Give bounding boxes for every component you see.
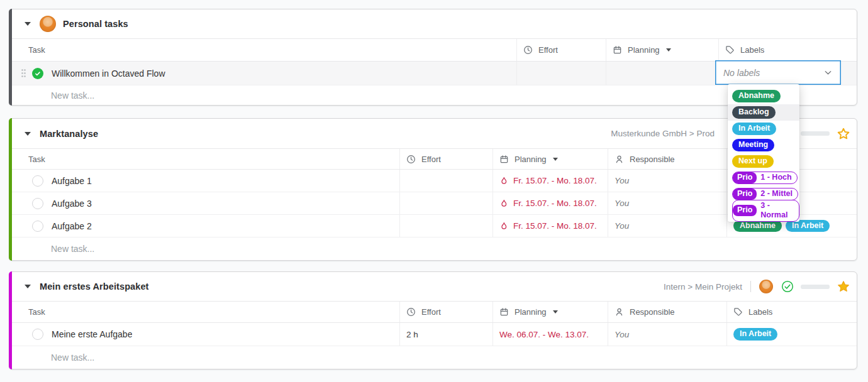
task-row[interactable]: Meine erste Aufgabe 2 h We. 06.07. - We.…	[12, 323, 857, 346]
planning-cell[interactable]: Fr. 15.07. - Mo. 18.07.	[492, 215, 608, 237]
effort-cell[interactable]: 2 h	[399, 323, 492, 346]
task-name[interactable]: Aufgabe 2	[52, 221, 92, 231]
chevron-down-icon[interactable]	[823, 68, 833, 77]
tag-icon	[725, 45, 735, 55]
label-pill: In Arbeit	[733, 328, 777, 341]
task-checkbox[interactable]	[32, 221, 43, 232]
label-pill-text: 2 - Mittel	[757, 188, 798, 200]
dropdown-option-meeting[interactable]: Meeting	[728, 137, 799, 153]
calendar-icon	[499, 155, 509, 164]
column-planning-label: Planning	[515, 307, 547, 317]
task-cell[interactable]: Aufgabe 2	[12, 215, 399, 237]
column-header-row: Task Effort Planning Responsible Labels	[12, 301, 857, 323]
tag-icon	[733, 307, 743, 317]
avatar	[40, 16, 56, 32]
clock-icon	[523, 45, 533, 55]
planning-dates: Fr. 15.07. - Mo. 18.07.	[513, 199, 597, 208]
column-effort[interactable]: Effort	[399, 302, 492, 322]
section-mein-erstes-arbeitspaket: Mein erstes Arbeitspaket Intern > Mein P…	[9, 271, 857, 369]
column-effort[interactable]: Effort	[516, 39, 606, 61]
dropdown-option-in-arbeit[interactable]: In Arbeit	[728, 121, 799, 137]
labels-combobox[interactable]: No labels	[715, 60, 841, 85]
labels-cell[interactable]: In Arbeit	[726, 323, 857, 346]
column-planning-label: Planning	[628, 45, 660, 55]
responsible-value: You	[615, 176, 629, 185]
effort-cell[interactable]	[399, 192, 492, 214]
labels-combobox-placeholder: No labels	[723, 68, 823, 78]
responsible-cell[interactable]: You	[608, 323, 726, 346]
new-task-input[interactable]: New task...	[12, 346, 857, 369]
new-task-input[interactable]: New task...	[12, 237, 857, 260]
column-responsible[interactable]: Responsible	[608, 149, 726, 169]
breadcrumb[interactable]: Musterkunde GmbH > Prod	[611, 129, 715, 138]
section-title: Personal tasks	[63, 19, 128, 29]
task-cell[interactable]: Aufgabe 3	[12, 192, 399, 214]
star-icon[interactable]	[837, 280, 850, 293]
column-task[interactable]: Task	[12, 149, 399, 169]
task-cell[interactable]: Meine erste Aufgabe	[12, 323, 399, 346]
task-checkbox[interactable]	[32, 175, 43, 187]
check-icon	[34, 70, 42, 77]
drag-handle-icon[interactable]	[21, 68, 26, 78]
responsible-value: You	[615, 330, 629, 339]
task-checkbox[interactable]	[32, 198, 43, 209]
effort-cell[interactable]	[516, 62, 606, 85]
label-pill: In Arbeit	[732, 123, 776, 135]
column-task-label: Task	[28, 45, 45, 55]
dropdown-option-prio-3-normal[interactable]: Prio 3 - Normal	[728, 202, 799, 219]
column-header-row: Task Effort Planning Labels	[12, 38, 857, 62]
column-planning[interactable]: Planning	[492, 149, 608, 169]
section-header: Personal tasks	[12, 9, 857, 38]
dropdown-option-prio-1-hoch[interactable]: Prio 1 - Hoch	[728, 170, 799, 186]
calendar-icon	[499, 307, 509, 317]
dropdown-option-abnahme[interactable]: Abnahme	[728, 88, 799, 104]
task-cell[interactable]: Aufgabe 1	[12, 170, 399, 192]
column-responsible-label: Responsible	[630, 307, 675, 317]
label-pill: Backlog	[732, 106, 776, 119]
column-effort-label: Effort	[421, 155, 441, 164]
task-done-checkbox[interactable]	[32, 68, 43, 79]
task-checkbox[interactable]	[32, 329, 43, 340]
task-name[interactable]: Aufgabe 3	[52, 199, 92, 209]
column-task[interactable]: Task	[12, 39, 516, 61]
responsible-cell[interactable]: You	[608, 192, 726, 214]
column-labels[interactable]: Labels	[718, 39, 857, 61]
planning-dates: Fr. 15.07. - Mo. 18.07.	[513, 221, 597, 231]
column-planning-label: Planning	[515, 155, 547, 164]
dropdown-option-next-up[interactable]: Next up	[728, 153, 799, 170]
task-name[interactable]: Meine erste Aufgabe	[52, 329, 132, 339]
planning-cell[interactable]	[606, 62, 718, 85]
task-name[interactable]: Willkommen in Octaved Flow	[52, 68, 165, 79]
label-pill-split: Prio 1 - Hoch	[732, 172, 798, 184]
planning-cell[interactable]: Fr. 15.07. - Mo. 18.07.	[492, 170, 608, 192]
effort-cell[interactable]	[399, 215, 492, 237]
column-effort[interactable]: Effort	[399, 149, 492, 169]
clock-icon	[406, 155, 416, 164]
column-task[interactable]: Task	[12, 302, 399, 322]
flame-icon	[499, 199, 508, 208]
breadcrumb[interactable]: Intern > Mein Projekt	[664, 282, 742, 292]
column-labels[interactable]: Labels	[726, 302, 857, 322]
column-planning[interactable]: Planning	[606, 39, 718, 61]
column-responsible[interactable]: Responsible	[608, 302, 726, 322]
person-icon	[615, 155, 624, 164]
planning-cell[interactable]: Fr. 15.07. - Mo. 18.07.	[492, 192, 608, 214]
star-icon[interactable]	[837, 127, 850, 141]
label-pill-text: 1 - Hoch	[757, 172, 796, 183]
column-planning[interactable]: Planning	[492, 302, 608, 322]
collapse-caret-icon[interactable]	[25, 22, 31, 26]
task-name[interactable]: Aufgabe 1	[52, 176, 92, 186]
progress-bar	[801, 131, 830, 136]
collapse-caret-icon[interactable]	[25, 132, 31, 136]
dropdown-option-backlog[interactable]: Backlog	[728, 104, 799, 121]
column-effort-label: Effort	[538, 45, 558, 55]
planning-dates: We. 06.07. - We. 13.07.	[499, 330, 589, 339]
section-title: Marktanalyse	[40, 129, 98, 139]
label-pill-prefix: Prio	[733, 205, 757, 216]
collapse-caret-icon[interactable]	[25, 285, 31, 288]
task-cell[interactable]: Willkommen in Octaved Flow	[12, 62, 516, 85]
responsible-cell[interactable]: You	[608, 215, 726, 237]
effort-cell[interactable]	[399, 170, 492, 192]
responsible-cell[interactable]: You	[608, 170, 726, 192]
planning-cell[interactable]: We. 06.07. - We. 13.07.	[492, 323, 608, 346]
